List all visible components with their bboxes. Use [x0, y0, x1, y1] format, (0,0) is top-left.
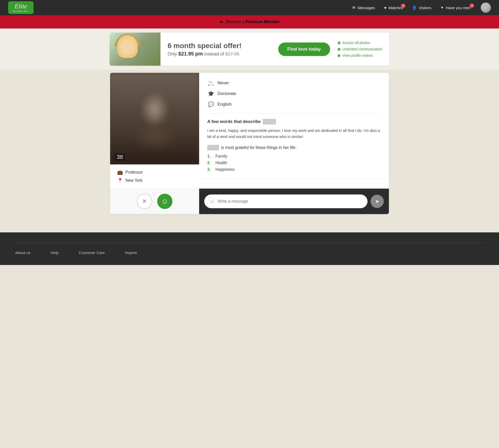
offer-title: 6 month special offer!	[168, 42, 271, 50]
smoking-attr: 🚬 Never	[207, 80, 381, 86]
name-blur-1	[263, 119, 276, 124]
footer-links: About us Help Customer Care Imprint	[15, 250, 484, 255]
profile-attrs: 🚬 Never 🎓 Doctorate 💬 English	[207, 80, 381, 107]
profile-desc: A few words that describe I am a kind, h…	[207, 119, 381, 172]
footer-imprint[interactable]: Imprint	[125, 250, 137, 255]
offer-price: Only $21.95 pm instead of $27.95	[168, 51, 271, 57]
haveyoumet-badge: 19	[469, 3, 474, 8]
heart-icon: ♥	[384, 6, 387, 10]
education-attr: 🎓 Doctorate	[207, 91, 381, 97]
premium-text: Become a Premium Member	[226, 20, 280, 24]
like-button[interactable]: ☺	[157, 194, 172, 209]
message-input[interactable]	[217, 199, 362, 204]
message-input-wrapper[interactable]: ☺	[204, 194, 368, 208]
profession-item: 💼 Professor	[117, 170, 192, 175]
footer: About us Help Customer Care Imprint	[0, 232, 499, 265]
footer-about[interactable]: About us	[15, 250, 30, 255]
grateful-2: Health	[215, 161, 227, 165]
profile-left: 38 💼 Professor 📍 New York	[110, 73, 199, 188]
speech-icon: 💬	[207, 101, 214, 107]
messages-label: Messages	[358, 6, 375, 10]
offer-price-main: $21.95 pm	[178, 51, 203, 57]
crown-icon: ❧	[219, 19, 224, 25]
nav-matches[interactable]: ♥ 10 Matches	[384, 6, 403, 10]
grateful-1: Family	[215, 154, 227, 159]
name-blur-2	[207, 145, 219, 150]
premium-text-before: Become a	[226, 20, 245, 24]
send-icon: ➤	[375, 198, 379, 204]
action-col: ✕ ☺	[110, 189, 199, 214]
num-3: 3.	[207, 167, 212, 172]
offer-button[interactable]: Find love today	[278, 43, 330, 56]
profile-meta: 💼 Professor 📍 New York	[110, 164, 199, 188]
language-value: English	[217, 102, 232, 107]
footer-help[interactable]: Help	[51, 250, 58, 255]
offer-section: 6 month special offer! Only $21.95 pm in…	[0, 29, 499, 70]
grateful-list: 1. Family 2. Health 3. Happiness	[207, 154, 381, 172]
divider	[207, 114, 381, 114]
offer-feature-1: ⊕ Access all photos	[337, 40, 382, 45]
offer-feature-3: ⊕ View profile visitors	[337, 53, 382, 58]
send-button[interactable]: ➤	[371, 195, 384, 208]
offer-price-old: $27.95	[225, 51, 239, 57]
profile-right: 🚬 Never 🎓 Doctorate 💬 English	[199, 73, 389, 188]
education-value: Doctorate	[217, 91, 236, 96]
premium-text-bold: Premium Member	[246, 20, 280, 24]
logo[interactable]: Elite SINGLES	[8, 1, 34, 14]
sparkle-icon: ✦	[441, 5, 444, 10]
nav-items: ✉ Messages ♥ 10 Matches 👤 Visitors ✦ 19 …	[352, 3, 491, 13]
nav-visitors[interactable]: 👤 Visitors	[412, 5, 431, 10]
feature-1-label: Access all photos	[343, 41, 370, 45]
premium-banner[interactable]: ❧ Become a Premium Member	[0, 15, 499, 29]
num-1: 1.	[207, 154, 212, 159]
person-icon: 👤	[412, 5, 417, 10]
nav-messages[interactable]: ✉ Messages	[352, 5, 375, 10]
offer-feature-2: ⊕ Unlimited communication	[337, 47, 382, 52]
smoking-icon: 🚬	[207, 80, 214, 86]
haveyoumet-label: Have you met?	[446, 6, 472, 10]
location-icon: 📍	[117, 178, 123, 183]
main-content: 38 💼 Professor 📍 New York	[102, 70, 397, 222]
profile-bottom: ✕ ☺ ☺ ➤	[110, 188, 389, 214]
feature-2-label: Unlimited communication	[343, 47, 382, 51]
profile-card-body: 38 💼 Professor 📍 New York	[110, 73, 389, 188]
offer-price-text: Only	[168, 51, 178, 57]
nav-haveyoumet[interactable]: ✦ 19 Have you met?	[441, 5, 472, 10]
grateful-heading-text: is most grateful for these things in her…	[221, 145, 296, 150]
avatar-image	[481, 3, 491, 13]
desc-text: I am a kind, happy, and responsible pers…	[207, 128, 381, 140]
offer-image	[110, 33, 160, 66]
offer-features: ⊕ Access all photos ⊕ Unlimited communic…	[330, 35, 389, 63]
graduation-icon: 🎓	[207, 91, 214, 97]
feature-3-label: View profile visitors	[343, 53, 373, 58]
profile-card: 38 💼 Professor 📍 New York	[110, 73, 389, 214]
offer-card: 6 month special offer! Only $21.95 pm in…	[110, 33, 389, 66]
location-label: New York	[125, 178, 143, 183]
matches-badge: 10	[401, 4, 405, 8]
grateful-3: Happiness	[215, 167, 235, 172]
grateful-item-1: 1. Family	[207, 154, 381, 159]
location-item: 📍 New York	[117, 178, 192, 183]
message-col: ☺ ➤	[199, 189, 389, 214]
grateful-item-2: 2. Health	[207, 161, 381, 165]
logo-sub: SINGLES	[13, 10, 28, 12]
visitors-label: Visitors	[419, 6, 431, 10]
smoking-value: Never	[217, 80, 229, 86]
grateful-item-3: 3. Happiness	[207, 167, 381, 172]
language-attr: 💬 English	[207, 101, 381, 107]
envelope-icon: ✉	[352, 5, 356, 10]
emoji-icon: ☺	[209, 198, 215, 205]
user-avatar[interactable]	[481, 3, 491, 13]
grateful-heading: is most grateful for these things in her…	[207, 145, 381, 150]
footer-care[interactable]: Customer Care	[79, 250, 105, 255]
top-nav: Elite SINGLES ✉ Messages ♥ 10 Matches 👤 …	[0, 0, 499, 15]
num-2: 2.	[207, 161, 212, 165]
plus-icon-3: ⊕	[337, 53, 341, 58]
dislike-button[interactable]: ✕	[137, 194, 152, 209]
profile-photo: 38	[110, 73, 199, 164]
profile-age: 38	[115, 153, 125, 161]
footer-divider	[15, 243, 484, 243]
face-decor	[117, 35, 138, 58]
desc-heading-before: A few words that describe	[207, 119, 261, 124]
profile-attrs-section: 🚬 Never 🎓 Doctorate 💬 English	[199, 73, 389, 179]
